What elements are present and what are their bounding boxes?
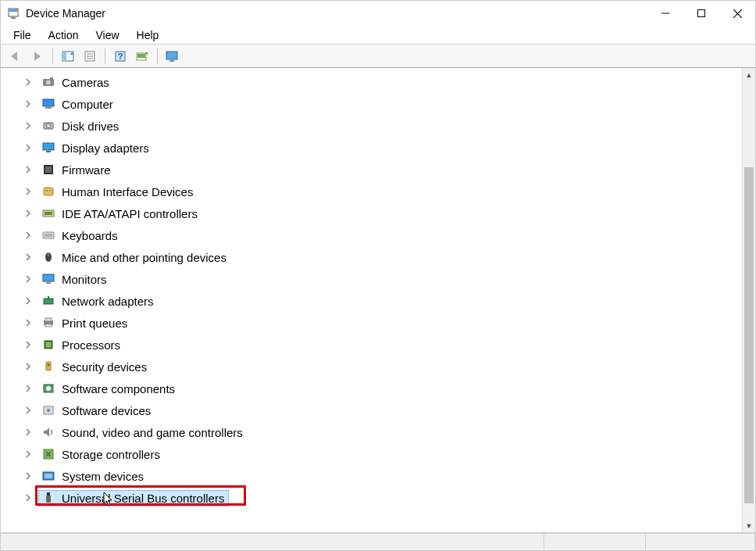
tree-item[interactable]: Software components — [1, 377, 742, 399]
tree-item-content[interactable]: Human Interface Devices — [38, 184, 198, 200]
tree-item-label: Computer — [60, 97, 115, 112]
tree-item-content[interactable]: System devices — [38, 468, 148, 485]
network-icon — [41, 294, 55, 308]
tree-item-content[interactable]: Security devices — [38, 359, 152, 375]
tree-item-label: Processors — [60, 338, 122, 352]
tree-item-content[interactable]: IDE ATA/ATAPI controllers — [38, 206, 202, 222]
tree-item[interactable]: Software devices — [1, 399, 742, 421]
tree-item-content[interactable]: Display adapters — [38, 140, 154, 156]
swcomp-icon — [41, 381, 55, 395]
vertical-scrollbar[interactable]: ▲ ▼ — [742, 68, 755, 532]
ide-icon — [41, 206, 55, 220]
tree-item-label: Software devices — [60, 403, 152, 418]
expand-chevron-icon[interactable] — [23, 383, 34, 394]
tree-item[interactable]: Human Interface Devices — [1, 181, 742, 202]
scroll-track[interactable] — [743, 81, 755, 519]
firmware-icon — [41, 163, 55, 177]
tree-item[interactable]: Processors — [1, 334, 742, 356]
expand-chevron-icon[interactable] — [23, 120, 34, 131]
expand-chevron-icon[interactable] — [23, 98, 34, 109]
menu-view[interactable]: View — [87, 27, 127, 43]
device-tree[interactable]: CamerasComputerDisk drivesDisplay adapte… — [1, 68, 742, 532]
expand-chevron-icon[interactable] — [23, 274, 34, 284]
tree-item[interactable]: Computer — [1, 93, 742, 115]
scroll-down-arrow[interactable]: ▼ — [743, 519, 755, 532]
tree-item-content[interactable]: Print queues — [38, 315, 132, 331]
tree-item[interactable]: Print queues — [1, 312, 742, 334]
tree-item[interactable]: Keyboards — [1, 224, 742, 246]
maximize-button[interactable] — [683, 1, 719, 26]
tree-item[interactable]: Network adapters — [1, 290, 742, 312]
expand-chevron-icon[interactable] — [23, 295, 34, 306]
forward-button[interactable] — [27, 47, 48, 66]
tree-item-label: Storage controllers — [60, 447, 162, 462]
tree-item-content[interactable]: Disk drives — [38, 118, 123, 134]
expand-chevron-icon[interactable] — [23, 470, 34, 481]
tree-item-content[interactable]: Network adapters — [38, 293, 159, 309]
toolbar-separator — [105, 48, 105, 64]
back-button[interactable] — [5, 47, 26, 66]
security-icon — [41, 360, 55, 374]
tree-item[interactable]: IDE ATA/ATAPI controllers — [1, 202, 742, 224]
swdev-icon — [41, 403, 55, 417]
scan-hardware-button[interactable] — [132, 47, 152, 66]
expand-chevron-icon[interactable] — [23, 317, 34, 328]
tree-item[interactable]: Sound, video and game controllers — [1, 421, 742, 443]
expand-chevron-icon[interactable] — [23, 339, 34, 350]
menu-help[interactable]: Help — [129, 27, 167, 43]
tree-item[interactable]: Disk drives — [1, 115, 742, 137]
tree-item-content[interactable]: Software devices — [38, 403, 155, 419]
camera-icon — [41, 75, 55, 89]
tree-item[interactable]: Storage controllers — [1, 443, 742, 465]
tree-item[interactable]: Display adapters — [1, 137, 742, 159]
tree-item[interactable]: Monitors — [1, 268, 742, 290]
expand-chevron-icon[interactable] — [23, 186, 34, 197]
tree-item[interactable]: Security devices — [1, 356, 742, 377]
tree-item-label: Monitors — [60, 272, 109, 287]
tree-item-content[interactable]: Storage controllers — [38, 446, 165, 463]
tree-item-content[interactable]: Firmware — [38, 162, 116, 178]
scroll-thumb[interactable] — [744, 167, 754, 503]
expand-chevron-icon[interactable] — [23, 230, 34, 241]
tree-item[interactable]: Mice and other pointing devices — [1, 246, 742, 268]
tree-item-content[interactable]: Universal Serial Bus controllers — [38, 490, 229, 506]
expand-chevron-icon[interactable] — [23, 361, 34, 372]
menu-action[interactable]: Action — [41, 27, 87, 43]
svg-rect-27 — [46, 151, 51, 152]
expand-chevron-icon[interactable] — [23, 208, 34, 219]
tree-item-label: Firmware — [60, 163, 112, 177]
tree-item-content[interactable]: Cameras — [38, 74, 114, 91]
tree-item-content[interactable]: Monitors — [38, 271, 112, 288]
tree-item[interactable]: System devices — [1, 465, 742, 487]
minimize-button[interactable] — [647, 1, 683, 26]
svg-point-32 — [49, 190, 51, 191]
tree-item-content[interactable]: Processors — [38, 337, 125, 353]
scroll-up-arrow[interactable]: ▲ — [743, 68, 755, 81]
tree-item-content[interactable]: Keyboards — [38, 227, 123, 244]
close-button[interactable] — [719, 1, 755, 26]
expand-chevron-icon[interactable] — [23, 164, 34, 175]
tree-item-content[interactable]: Computer — [38, 96, 118, 113]
expand-chevron-icon[interactable] — [23, 77, 34, 88]
tree-item[interactable]: Cameras — [1, 71, 742, 93]
tree-item-content[interactable]: Software components — [38, 381, 180, 397]
show-hide-tree-button[interactable] — [58, 47, 78, 66]
help-button[interactable]: ? — [110, 47, 130, 66]
expand-chevron-icon[interactable] — [23, 142, 34, 153]
tree-item-content[interactable]: Mice and other pointing devices — [38, 249, 231, 266]
expand-chevron-icon[interactable] — [23, 492, 34, 503]
tree-item-content[interactable]: Sound, video and game controllers — [38, 424, 248, 441]
svg-rect-8 — [62, 52, 66, 61]
tree-item[interactable]: Universal Serial Bus controllers — [1, 487, 742, 509]
expand-chevron-icon[interactable] — [23, 405, 34, 416]
properties-button[interactable] — [80, 47, 100, 66]
svg-rect-41 — [46, 282, 51, 284]
svg-rect-40 — [43, 274, 54, 281]
svg-rect-21 — [50, 77, 53, 79]
expand-chevron-icon[interactable] — [23, 252, 34, 263]
monitor-button[interactable] — [162, 47, 183, 66]
menu-file[interactable]: File — [5, 27, 39, 43]
tree-item[interactable]: Firmware — [1, 159, 742, 181]
expand-chevron-icon[interactable] — [23, 449, 34, 460]
expand-chevron-icon[interactable] — [23, 427, 34, 438]
